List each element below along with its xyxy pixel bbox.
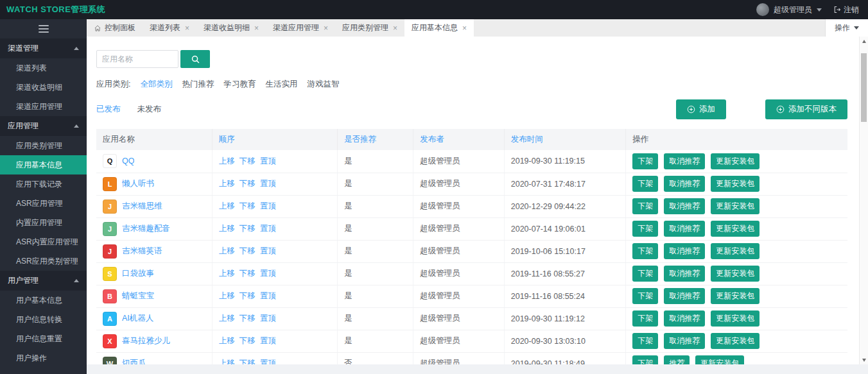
sidebar-item-channel-app[interactable]: 渠道应用管理 bbox=[0, 97, 87, 116]
recommend-toggle-button[interactable]: 推荐 bbox=[664, 355, 690, 364]
update-package-button[interactable]: 更新安装包 bbox=[711, 266, 759, 282]
tab-channel-list[interactable]: 渠道列表 × bbox=[143, 19, 196, 37]
move-up-link[interactable]: 上移 bbox=[219, 157, 235, 166]
recommend-toggle-button[interactable]: 取消推荐 bbox=[664, 288, 705, 304]
sidebar-item-app-basic-info[interactable]: 应用基本信息 bbox=[0, 155, 87, 174]
move-down-link[interactable]: 下移 bbox=[239, 246, 256, 255]
sidebar-item-builtin-app[interactable]: 内置应用管理 bbox=[0, 213, 87, 232]
update-package-button[interactable]: 更新安装包 bbox=[711, 221, 759, 237]
tab-dashboard[interactable]: 控制面板 bbox=[87, 19, 143, 37]
move-down-link[interactable]: 下移 bbox=[239, 201, 256, 210]
pin-top-link[interactable]: 置顶 bbox=[260, 224, 276, 233]
category-all[interactable]: 全部类别 bbox=[140, 79, 172, 90]
tab-actions-dropdown[interactable]: 操作 bbox=[825, 19, 868, 37]
app-name-link[interactable]: AI机器人 bbox=[122, 313, 153, 324]
move-up-link[interactable]: 上移 bbox=[219, 201, 235, 210]
update-package-button[interactable]: 更新安装包 bbox=[711, 153, 759, 169]
pin-top-link[interactable]: 置顶 bbox=[260, 269, 276, 278]
take-down-button[interactable]: 下架 bbox=[632, 310, 658, 327]
search-button[interactable] bbox=[180, 50, 210, 68]
sidebar-item-asr-app-category[interactable]: ASR应用类别管理 bbox=[0, 251, 87, 271]
take-down-button[interactable]: 下架 bbox=[632, 176, 658, 192]
update-package-button[interactable]: 更新安装包 bbox=[711, 176, 759, 192]
update-package-button[interactable]: 更新安装包 bbox=[711, 333, 759, 349]
app-name-link[interactable]: 喜马拉雅少儿 bbox=[122, 336, 170, 346]
move-down-link[interactable]: 下移 bbox=[239, 314, 256, 323]
pin-top-link[interactable]: 置顶 bbox=[260, 291, 276, 300]
sidebar-item-app-category[interactable]: 应用类别管理 bbox=[0, 136, 87, 155]
move-up-link[interactable]: 上移 bbox=[219, 246, 235, 255]
status-tab-published[interactable]: 已发布 bbox=[96, 104, 121, 115]
recommend-toggle-button[interactable]: 取消推荐 bbox=[664, 198, 705, 214]
move-up-link[interactable]: 上移 bbox=[219, 179, 235, 188]
pin-top-link[interactable]: 置顶 bbox=[260, 157, 276, 166]
move-up-link[interactable]: 上移 bbox=[219, 314, 235, 323]
recommend-toggle-button[interactable]: 取消推荐 bbox=[664, 266, 705, 282]
category-life[interactable]: 生活实用 bbox=[265, 79, 297, 90]
move-down-link[interactable]: 下移 bbox=[239, 291, 256, 300]
move-up-link[interactable]: 上移 bbox=[219, 359, 235, 364]
sidebar-item-user-info-transfer[interactable]: 用户信息转换 bbox=[0, 310, 87, 329]
move-down-link[interactable]: 下移 bbox=[239, 269, 256, 278]
app-name-link[interactable]: 吉米猫思维 bbox=[122, 201, 162, 212]
app-name-link[interactable]: 吉米猫趣配音 bbox=[122, 223, 170, 234]
close-icon[interactable]: × bbox=[393, 24, 397, 33]
app-name-link[interactable]: 切西瓜 bbox=[122, 358, 146, 364]
move-up-link[interactable]: 上移 bbox=[219, 269, 235, 278]
take-down-button[interactable]: 下架 bbox=[632, 198, 658, 214]
sidebar-item-asr-builtin-app[interactable]: ASR内置应用管理 bbox=[0, 232, 87, 251]
sidebar-item-user-operation[interactable]: 用户操作 bbox=[0, 348, 87, 368]
status-tab-unpublished[interactable]: 未发布 bbox=[137, 104, 162, 115]
scroll-down-arrow[interactable] bbox=[860, 355, 868, 364]
move-down-link[interactable]: 下移 bbox=[239, 157, 256, 166]
take-down-button[interactable]: 下架 bbox=[632, 243, 658, 259]
add-button[interactable]: 添加 bbox=[676, 99, 726, 119]
category-education[interactable]: 学习教育 bbox=[223, 79, 256, 90]
move-down-link[interactable]: 下移 bbox=[239, 179, 256, 188]
pin-top-link[interactable]: 置顶 bbox=[260, 179, 276, 188]
move-up-link[interactable]: 上移 bbox=[219, 224, 235, 233]
pin-top-link[interactable]: 置顶 bbox=[260, 359, 276, 364]
recommend-toggle-button[interactable]: 取消推荐 bbox=[664, 333, 705, 349]
move-down-link[interactable]: 下移 bbox=[239, 336, 256, 345]
scroll-up-arrow[interactable] bbox=[860, 37, 868, 46]
update-package-button[interactable]: 更新安装包 bbox=[711, 243, 759, 259]
sidebar-group-user[interactable]: 用户管理 bbox=[0, 271, 87, 291]
recommend-toggle-button[interactable]: 取消推荐 bbox=[664, 176, 705, 192]
sidebar-item-asr-app[interactable]: ASR应用管理 bbox=[0, 194, 87, 213]
close-icon[interactable]: × bbox=[462, 24, 467, 33]
move-down-link[interactable]: 下移 bbox=[239, 224, 256, 233]
sidebar-toggle-button[interactable] bbox=[0, 19, 87, 38]
close-icon[interactable]: × bbox=[254, 24, 259, 33]
recommend-toggle-button[interactable]: 取消推荐 bbox=[664, 153, 705, 169]
sidebar-item-channel-list[interactable]: 渠道列表 bbox=[0, 58, 87, 78]
move-up-link[interactable]: 上移 bbox=[219, 336, 235, 345]
take-down-button[interactable]: 下架 bbox=[632, 288, 658, 304]
update-package-button[interactable]: 更新安装包 bbox=[711, 288, 759, 304]
sidebar-item-app-download[interactable]: 应用下载记录 bbox=[0, 174, 87, 194]
column-order[interactable]: 顺序 bbox=[212, 129, 337, 150]
tab-channel-app[interactable]: 渠道应用管理 × bbox=[266, 19, 335, 37]
take-down-button[interactable]: 下架 bbox=[632, 266, 658, 282]
recommend-toggle-button[interactable]: 取消推荐 bbox=[664, 221, 705, 237]
recommend-toggle-button[interactable]: 取消推荐 bbox=[664, 243, 705, 259]
pin-top-link[interactable]: 置顶 bbox=[260, 201, 276, 210]
column-recommended[interactable]: 是否推荐 bbox=[338, 129, 413, 150]
move-up-link[interactable]: 上移 bbox=[219, 291, 235, 300]
recommend-toggle-button[interactable]: 取消推荐 bbox=[664, 310, 705, 327]
app-name-link[interactable]: 蜻蜓宝宝 bbox=[122, 291, 154, 302]
scrollbar-thumb[interactable] bbox=[861, 53, 867, 122]
search-input[interactable] bbox=[96, 50, 178, 68]
tab-app-basic-info[interactable]: 应用基本信息 × bbox=[404, 19, 474, 37]
sidebar-item-channel-revenue[interactable]: 渠道收益明细 bbox=[0, 78, 87, 97]
close-icon[interactable]: × bbox=[185, 24, 189, 33]
app-name-link[interactable]: 懒人听书 bbox=[122, 178, 154, 189]
sidebar-group-app[interactable]: 应用管理 bbox=[0, 116, 87, 136]
take-down-button[interactable]: 下架 bbox=[632, 355, 658, 364]
logout-button[interactable]: 注销 bbox=[833, 4, 859, 15]
vertical-scrollbar[interactable] bbox=[859, 37, 868, 364]
take-down-button[interactable]: 下架 bbox=[632, 333, 658, 349]
update-package-button[interactable]: 更新安装包 bbox=[695, 355, 744, 364]
category-hot[interactable]: 热门推荐 bbox=[182, 79, 214, 90]
pin-top-link[interactable]: 置顶 bbox=[260, 314, 276, 323]
